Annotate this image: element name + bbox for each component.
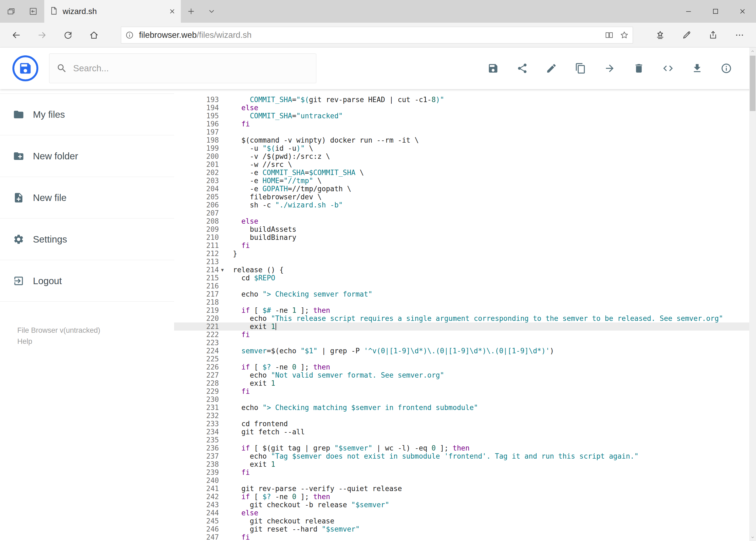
search-input[interactable] xyxy=(73,63,309,74)
sidebar-item-my-files[interactable]: My files xyxy=(0,94,174,135)
code-line[interactable]: 246 git reset --hard "$semver" xyxy=(174,525,749,533)
sidebar-item-logout[interactable]: Logout xyxy=(0,260,174,302)
code-line[interactable]: 235 xyxy=(174,436,749,444)
web-note-button[interactable] xyxy=(673,23,700,48)
code-line[interactable]: 202 -e COMMIT_SHA=$COMMIT_SHA \ xyxy=(174,169,749,177)
code-line[interactable]: 228 exit 1 xyxy=(174,379,749,387)
browser-tab[interactable]: wizard.sh xyxy=(44,0,181,23)
code-line[interactable]: 199 -u "$(id -u)" \ xyxy=(174,144,749,152)
scrollbar-thumb[interactable] xyxy=(750,56,755,111)
code-line[interactable]: 236 if [ $(git tag | grep "$semver" | wc… xyxy=(174,444,749,452)
code-line[interactable]: 194 else xyxy=(174,104,749,112)
search-box[interactable] xyxy=(49,54,316,83)
code-line[interactable]: 205 filebrowser/dev \ xyxy=(174,193,749,201)
url-text[interactable]: filebrowser.web/files/wizard.sh xyxy=(139,30,605,40)
code-line[interactable]: 217 echo "> Checking semver format" xyxy=(174,290,749,298)
sidebar-item-settings[interactable]: Settings xyxy=(0,219,174,260)
code-line[interactable]: 207 xyxy=(174,209,749,217)
refresh-button[interactable] xyxy=(55,23,81,47)
new-tab-button[interactable] xyxy=(181,0,201,23)
code-line[interactable]: 225 xyxy=(174,355,749,363)
page-scrollbar[interactable] xyxy=(749,48,756,541)
save-button[interactable] xyxy=(479,52,508,85)
forward-button[interactable] xyxy=(29,23,55,47)
code-line[interactable]: 240 xyxy=(174,476,749,485)
help-link[interactable]: Help xyxy=(17,336,174,347)
code-line[interactable]: 209 buildAssets xyxy=(174,225,749,234)
code-line[interactable]: 214▾release () { xyxy=(174,266,749,274)
code-line[interactable]: 237 echo "Tag $semver does not exist in … xyxy=(174,452,749,460)
code-line[interactable]: 224 semver=$(echo "$1" | grep -P '^v(0|[… xyxy=(174,347,749,355)
code-line[interactable]: 193 COMMIT_SHA="$(git rev-parse HEAD | c… xyxy=(174,96,749,104)
code-line[interactable]: 211 fi xyxy=(174,242,749,250)
code-line[interactable]: 195 COMMIT_SHA="untracked" xyxy=(174,112,749,120)
maximize-button[interactable] xyxy=(702,0,729,23)
copy-button[interactable] xyxy=(566,52,595,85)
code-line[interactable]: 232 xyxy=(174,412,749,420)
tab-list-chevron-button[interactable] xyxy=(201,0,222,23)
minimize-button[interactable] xyxy=(675,0,702,23)
code-editor[interactable]: 193 COMMIT_SHA="$(git rev-parse HEAD | c… xyxy=(174,89,749,541)
site-info-icon[interactable] xyxy=(125,31,134,40)
tab-close-button[interactable] xyxy=(168,8,176,15)
code-line[interactable]: 245 git checkout release xyxy=(174,517,749,525)
code-line[interactable]: 247 fi xyxy=(174,533,749,541)
close-window-button[interactable] xyxy=(729,0,756,23)
code-line[interactable]: 208 else xyxy=(174,217,749,225)
share-button[interactable] xyxy=(508,52,537,85)
code-line[interactable]: 201 -w //src \ xyxy=(174,161,749,169)
share-page-button[interactable] xyxy=(700,23,726,48)
sidebar-item-new-folder[interactable]: New folder xyxy=(0,135,174,177)
code-line[interactable]: 223 xyxy=(174,339,749,347)
rename-button[interactable] xyxy=(537,52,566,85)
code-line[interactable]: 242 if [ $? -ne 0 ]; then xyxy=(174,493,749,501)
code-line[interactable]: 212} xyxy=(174,250,749,258)
code-line[interactable]: 216 xyxy=(174,282,749,290)
address-bar[interactable]: filebrowser.web/files/wizard.sh xyxy=(121,27,633,44)
code-line[interactable]: 239 fi xyxy=(174,468,749,476)
move-button[interactable] xyxy=(595,52,624,85)
code-line[interactable]: 227 echo "Not valid semver format. See s… xyxy=(174,371,749,379)
code-line[interactable]: 210 buildBinary xyxy=(174,234,749,242)
raw-view-button[interactable] xyxy=(653,52,682,85)
code-line[interactable]: 226 if [ $? -ne 0 ]; then xyxy=(174,363,749,371)
code-line[interactable]: 231 echo "> Checking matching $semver in… xyxy=(174,403,749,412)
code-line[interactable]: 244 else xyxy=(174,509,749,517)
hub-button[interactable] xyxy=(647,23,673,48)
code-line[interactable]: 204 -e GOPATH=//tmp/gopath \ xyxy=(174,185,749,193)
code-line[interactable]: 220 echo "This release script requires a… xyxy=(174,314,749,322)
set-tabs-aside-button[interactable] xyxy=(22,0,44,23)
code-line[interactable]: 206 sh -c "./wizard.sh -b" xyxy=(174,201,749,209)
back-button[interactable] xyxy=(3,23,29,47)
code-line[interactable]: 233 cd frontend xyxy=(174,420,749,428)
tabs-preview-button[interactable] xyxy=(0,0,22,23)
reading-view-icon[interactable] xyxy=(605,31,614,40)
code-line[interactable]: 229 fi xyxy=(174,387,749,395)
scroll-down-arrow-icon[interactable] xyxy=(749,534,756,541)
code-line[interactable]: 221 exit 1 xyxy=(174,322,749,330)
code-line[interactable]: 218 xyxy=(174,298,749,306)
code-line[interactable]: 196 fi xyxy=(174,120,749,128)
info-button[interactable] xyxy=(712,52,741,85)
code-line[interactable]: 213 xyxy=(174,258,749,266)
code-line[interactable]: 243 git checkout -b release "$semver" xyxy=(174,501,749,509)
download-button[interactable] xyxy=(682,52,712,85)
filebrowser-logo-icon[interactable] xyxy=(12,55,38,81)
code-line[interactable]: 234 git fetch --all xyxy=(174,428,749,436)
more-options-button[interactable] xyxy=(726,23,753,48)
code-line[interactable]: 222 fi xyxy=(174,330,749,339)
code-line[interactable]: 198 $(command -v winpty) docker run --rm… xyxy=(174,136,749,144)
fold-toggle-icon[interactable]: ▾ xyxy=(219,266,225,274)
code-line[interactable]: 197 xyxy=(174,128,749,136)
code-line[interactable]: 203 -e HOME="//tmp" \ xyxy=(174,177,749,185)
code-line[interactable]: 215 cd $REPO xyxy=(174,274,749,282)
sidebar-item-new-file[interactable]: New file xyxy=(0,177,174,219)
delete-button[interactable] xyxy=(624,52,653,85)
scroll-up-arrow-icon[interactable] xyxy=(749,48,756,55)
code-line[interactable]: 200 -v /$(pwd):/src:z \ xyxy=(174,152,749,161)
code-line[interactable]: 230 xyxy=(174,395,749,403)
home-button[interactable] xyxy=(81,23,107,47)
code-line[interactable]: 241 git rev-parse --verify --quiet relea… xyxy=(174,485,749,493)
code-line[interactable]: 219 if [ $# -ne 1 ]; then xyxy=(174,306,749,314)
code-line[interactable]: 238 exit 1 xyxy=(174,460,749,468)
